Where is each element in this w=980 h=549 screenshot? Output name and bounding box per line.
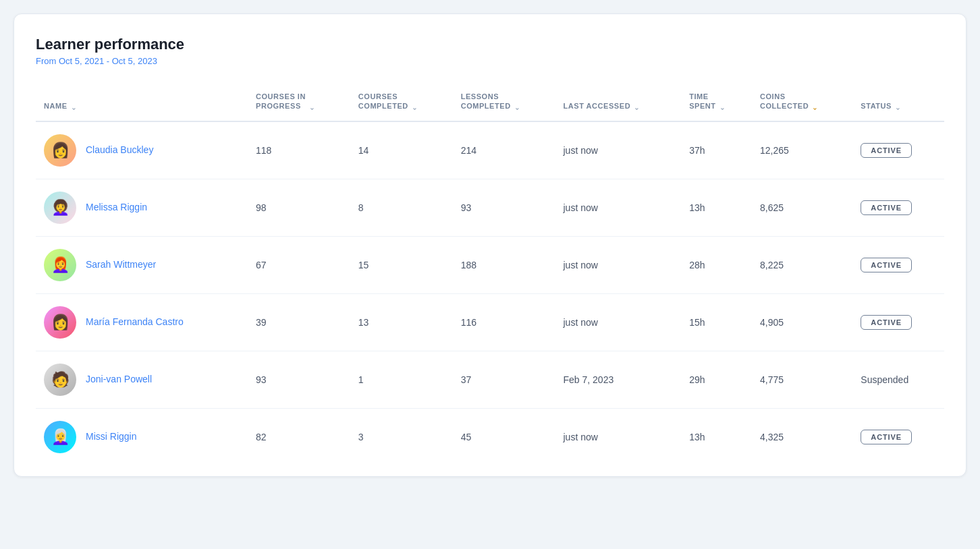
cell-coins_collected: 8,225 [752, 236, 852, 293]
table-row: 🧑 Joni-van Powell 93137Feb 7, 202329h4,7… [36, 351, 944, 408]
cell-courses_completed: 13 [350, 293, 453, 351]
page-title: Learner performance [36, 36, 944, 53]
sort-icon-time-spent: ⌄ [719, 104, 726, 111]
cell-last_accessed: just now [555, 293, 681, 351]
table-row: 👩 María Fernanda Castro 3913116just now1… [36, 293, 944, 351]
col-lessons-completed[interactable]: LESSONSCOMPLETED ⌄ [453, 85, 555, 121]
learner-name[interactable]: Missi Riggin [86, 430, 136, 444]
cell-coins_collected: 4,775 [752, 351, 852, 408]
cell-courses_completed: 8 [350, 179, 453, 236]
sort-icon-status: ⌄ [895, 104, 901, 111]
cell-status: ACTIVE [852, 236, 944, 293]
cell-last_accessed: just now [555, 121, 681, 179]
learner-name[interactable]: Sarah Wittmeyer [86, 258, 156, 272]
avatar: 🧑 [44, 364, 76, 396]
status-badge: ACTIVE [861, 430, 912, 444]
learner-cell-1: 👩 Claudia Buckley [36, 121, 248, 179]
cell-coins_collected: 12,265 [752, 121, 852, 179]
cell-coins_collected: 8,625 [752, 179, 852, 236]
table-row: 👩‍🦱 Melissa Riggin 98893just now13h8,625… [36, 179, 944, 236]
cell-lessons_completed: 214 [453, 121, 555, 179]
cell-courses_in_progress: 67 [248, 236, 350, 293]
cell-status: Suspended [852, 351, 944, 408]
col-coins-collected[interactable]: COINSCOLLECTED ⌄ [752, 85, 852, 121]
cell-courses_in_progress: 82 [248, 408, 350, 465]
learner-name[interactable]: Claudia Buckley [86, 144, 153, 157]
col-courses-completed[interactable]: COURSESCOMPLETED ⌄ [350, 85, 453, 121]
col-status[interactable]: STATUS ⌄ [852, 85, 944, 121]
learner-cell-4: 👩 María Fernanda Castro [36, 293, 248, 351]
learner-cell-5: 🧑 Joni-van Powell [36, 351, 248, 408]
learner-table: NAME ⌄ COURSES INPROGRESS ⌄ COURSESCOMPL… [36, 85, 944, 465]
cell-courses_completed: 14 [350, 121, 453, 179]
status-badge: ACTIVE [861, 143, 912, 158]
cell-last_accessed: just now [555, 236, 681, 293]
sort-icon-courses-in-progress: ⌄ [309, 104, 315, 111]
table-row: 👩 Claudia Buckley 11814214just now37h12,… [36, 121, 944, 179]
cell-status: ACTIVE [852, 408, 944, 465]
cell-lessons_completed: 45 [453, 408, 555, 465]
sort-icon-last-accessed: ⌄ [634, 104, 640, 111]
learner-cell-3: 👩‍🦰 Sarah Wittmeyer [36, 236, 248, 293]
learner-cell-2: 👩‍🦱 Melissa Riggin [36, 179, 248, 236]
learner-performance-card: Learner performance From Oct 5, 2021 - O… [13, 13, 967, 477]
cell-courses_in_progress: 39 [248, 293, 350, 351]
cell-time_spent: 28h [681, 236, 752, 293]
learner-cell-6: 👩‍🦳 Missi Riggin [36, 408, 248, 465]
date-range: From Oct 5, 2021 - Oct 5, 2023 [36, 56, 944, 66]
table-row: 👩‍🦰 Sarah Wittmeyer 6715188just now28h8,… [36, 236, 944, 293]
learner-name[interactable]: Melissa Riggin [86, 201, 147, 214]
avatar: 👩‍🦰 [44, 249, 76, 281]
learner-name[interactable]: María Fernanda Castro [86, 316, 184, 329]
col-name[interactable]: NAME ⌄ [36, 85, 248, 121]
avatar: 👩‍🦳 [44, 421, 76, 453]
status-badge: ACTIVE [861, 200, 912, 215]
cell-lessons_completed: 188 [453, 236, 555, 293]
cell-time_spent: 13h [681, 408, 752, 465]
cell-last_accessed: just now [555, 179, 681, 236]
cell-lessons_completed: 93 [453, 179, 555, 236]
status-suspended: Suspended [861, 374, 908, 385]
status-badge: ACTIVE [861, 315, 912, 330]
cell-status: ACTIVE [852, 293, 944, 351]
cell-status: ACTIVE [852, 121, 944, 179]
cell-last_accessed: Feb 7, 2023 [555, 351, 681, 408]
cell-time_spent: 15h [681, 293, 752, 351]
cell-status: ACTIVE [852, 179, 944, 236]
cell-time_spent: 37h [681, 121, 752, 179]
col-courses-in-progress[interactable]: COURSES INPROGRESS ⌄ [248, 85, 350, 121]
cell-time_spent: 13h [681, 179, 752, 236]
avatar: 👩 [44, 306, 76, 339]
table-wrapper: NAME ⌄ COURSES INPROGRESS ⌄ COURSESCOMPL… [36, 85, 944, 465]
avatar: 👩 [44, 134, 76, 167]
cell-last_accessed: just now [555, 408, 681, 465]
cell-courses_in_progress: 98 [248, 179, 350, 236]
status-badge: ACTIVE [861, 258, 912, 272]
cell-courses_completed: 3 [350, 408, 453, 465]
cell-lessons_completed: 116 [453, 293, 555, 351]
cell-coins_collected: 4,325 [752, 408, 852, 465]
cell-lessons_completed: 37 [453, 351, 555, 408]
header-row: NAME ⌄ COURSES INPROGRESS ⌄ COURSESCOMPL… [36, 85, 944, 121]
learner-name[interactable]: Joni-van Powell [86, 373, 152, 386]
sort-icon-coins-collected: ⌄ [812, 104, 818, 111]
avatar: 👩‍🦱 [44, 192, 76, 224]
cell-time_spent: 29h [681, 351, 752, 408]
cell-courses_in_progress: 118 [248, 121, 350, 179]
sort-icon-courses-completed: ⌄ [412, 104, 418, 111]
cell-courses_completed: 1 [350, 351, 453, 408]
cell-courses_completed: 15 [350, 236, 453, 293]
table-header: NAME ⌄ COURSES INPROGRESS ⌄ COURSESCOMPL… [36, 85, 944, 121]
table-body: 👩 Claudia Buckley 11814214just now37h12,… [36, 121, 944, 465]
cell-courses_in_progress: 93 [248, 351, 350, 408]
sort-icon-name: ⌄ [71, 104, 77, 111]
sort-icon-lessons-completed: ⌄ [514, 104, 520, 111]
col-time-spent[interactable]: TIMESPENT ⌄ [681, 85, 752, 121]
col-last-accessed[interactable]: LAST ACCESSED ⌄ [555, 85, 681, 121]
table-row: 👩‍🦳 Missi Riggin 82345just now13h4,325AC… [36, 408, 944, 465]
cell-coins_collected: 4,905 [752, 293, 852, 351]
